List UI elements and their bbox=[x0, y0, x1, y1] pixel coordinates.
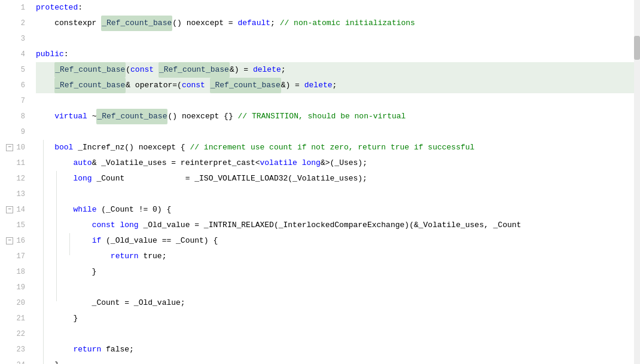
scrollbar-thumb[interactable] bbox=[634, 36, 640, 60]
code-line-11: auto& _Volatile_uses = reinterpret_cast<… bbox=[36, 155, 640, 171]
code-line-19 bbox=[36, 280, 640, 295]
code-line-8: virtual ~_Ref_count_base() noexcept {} /… bbox=[36, 109, 640, 124]
code-line-9 bbox=[36, 124, 640, 140]
code-line-2: constexpr _Ref_count_base() noexcept = d… bbox=[36, 16, 640, 31]
code-line-3 bbox=[36, 31, 640, 47]
code-line-1: protected: bbox=[36, 0, 640, 16]
fold-icon-10[interactable]: − bbox=[6, 144, 13, 151]
code-line-10: bool _Incref_nz() noexcept { // incremen… bbox=[36, 140, 640, 155]
code-line-23: return false; bbox=[36, 342, 640, 357]
code-editor: 1 2 3 4 5 6 7 8 9 − 10 11 12 bbox=[0, 0, 640, 364]
code-line-16: if (_Old_value == _Count) { bbox=[36, 233, 640, 249]
code-line-5: _Ref_count_base(const _Ref_count_base&) … bbox=[36, 62, 640, 78]
code-line-12: long _Count = _ISO_VOLATILE_LOAD32(_Vola… bbox=[36, 171, 640, 186]
code-line-15: const long _Old_value = _INTRIN_RELAXED(… bbox=[36, 218, 640, 233]
code-line-22 bbox=[36, 326, 640, 342]
fold-icon-16[interactable]: − bbox=[6, 237, 13, 244]
vertical-scrollbar[interactable] bbox=[634, 0, 640, 364]
code-line-21: } bbox=[36, 311, 640, 326]
fold-icon-14[interactable]: − bbox=[6, 206, 13, 213]
code-line-4: public: bbox=[36, 47, 640, 62]
line-numbers: 1 2 3 4 5 6 7 8 9 − 10 11 12 bbox=[0, 0, 30, 364]
code-line-24: } bbox=[36, 357, 640, 364]
code-line-18: } bbox=[36, 264, 640, 280]
code-line-7 bbox=[36, 93, 640, 109]
code-line-13 bbox=[36, 186, 640, 202]
code-content[interactable]: protected: constexpr _Ref_count_base() n… bbox=[30, 0, 640, 364]
code-line-20: _Count = _Old_value; bbox=[36, 295, 640, 311]
code-area: 1 2 3 4 5 6 7 8 9 − 10 11 12 bbox=[0, 0, 640, 364]
code-line-6: _Ref_count_base& operator=(const _Ref_co… bbox=[36, 78, 640, 93]
code-line-17: return true; bbox=[36, 249, 640, 264]
code-line-14: while (_Count != 0) { bbox=[36, 202, 640, 218]
